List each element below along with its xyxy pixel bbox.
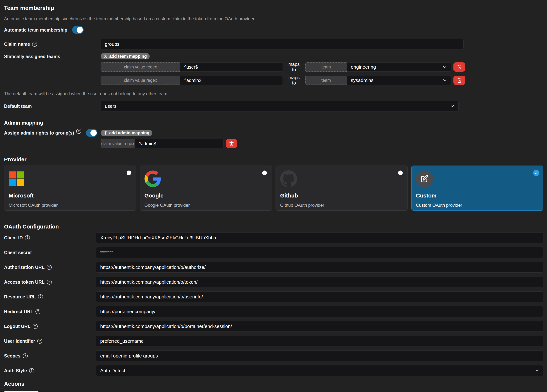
team-mapping-team-select[interactable]: sysadmins (347, 76, 451, 85)
claim-value-regex-addon: claim value regex (101, 62, 180, 72)
maps-to-label: maps to (286, 75, 302, 86)
provider-card-description: Google OAuth provider (144, 203, 267, 208)
provider-card-description: Github OAuth provider (280, 203, 403, 208)
admin-mapping-row: claim value regex (101, 139, 237, 148)
client-id-help-icon[interactable]: ? (25, 235, 30, 240)
authorization-url-label: Authorization URL (4, 265, 44, 270)
client-secret-label: Client secret (4, 250, 32, 255)
automatic-team-membership-label: Automatic team membership (4, 27, 67, 33)
circle-plus-icon (103, 131, 108, 135)
provider-card-google[interactable]: Google Google OAuth provider (140, 165, 272, 211)
logout-url-label: Logout URL (4, 324, 30, 329)
chevron-down-icon (442, 64, 447, 69)
trash-icon (457, 65, 462, 69)
default-team-hint: The default team will be assigned when t… (4, 91, 543, 96)
team-mapping-regex-input[interactable] (180, 76, 283, 85)
delete-team-mapping-button[interactable] (453, 76, 465, 85)
redirect-url-label: Redirect URL (4, 309, 33, 314)
claim-name-row: Claim name ? (4, 39, 543, 49)
auth-style-help-icon[interactable]: ? (29, 368, 34, 373)
microsoft-logo-icon (9, 170, 26, 187)
chevron-down-icon (442, 78, 447, 83)
logout-url-input[interactable] (96, 321, 543, 332)
admin-mapping-heading: Admin mapping (4, 120, 543, 126)
assign-admin-rights-row: Assign admin rights to group(s) ? add ad… (4, 129, 543, 148)
logout-url-help-icon[interactable]: ? (33, 324, 38, 329)
add-team-mapping-button[interactable]: add team mapping (101, 53, 150, 59)
scopes-help-icon[interactable]: ? (23, 353, 28, 358)
authorization-url-input[interactable] (96, 262, 543, 273)
scopes-row: Scopes ? (4, 351, 543, 361)
assign-admin-rights-help-icon[interactable]: ? (76, 129, 81, 134)
default-team-select[interactable]: users (101, 101, 458, 111)
provider-card-custom[interactable]: Custom Custom OAuth provider (411, 165, 543, 211)
redirect-url-row: Redirect URL ? (4, 306, 543, 317)
delete-admin-mapping-button[interactable] (226, 139, 237, 148)
team-addon: team (305, 62, 347, 72)
provider-card-title: Google (144, 193, 267, 199)
logout-url-row: Logout URL ? (4, 321, 543, 332)
admin-mapping-regex-input[interactable] (135, 139, 224, 148)
claim-value-regex-addon: claim value regex (101, 76, 180, 85)
statically-assigned-teams-row: Statically assigned teams add team mappi… (4, 53, 543, 59)
trash-icon (229, 141, 234, 146)
google-logo-icon (144, 170, 162, 187)
provider-card-microsoft[interactable]: Microsoft Microsoft OAuth provider (4, 165, 136, 211)
access-token-url-label: Access token URL (4, 279, 45, 285)
user-identifier-help-icon[interactable]: ? (37, 339, 42, 344)
claim-name-help-icon[interactable]: ? (32, 42, 37, 47)
assign-admin-rights-toggle[interactable] (86, 129, 97, 137)
default-team-label: Default team (4, 103, 32, 109)
team-membership-heading: Team membership (4, 5, 543, 11)
scopes-label: Scopes (4, 353, 21, 359)
provider-radio[interactable] (262, 171, 267, 175)
edit-pencil-icon (420, 175, 429, 183)
client-secret-input[interactable] (96, 247, 543, 258)
add-admin-mapping-button[interactable]: add admin mapping (101, 130, 152, 136)
access-token-url-row: Access token URL ? (4, 277, 543, 287)
scopes-input[interactable] (96, 351, 543, 361)
circle-plus-icon (103, 54, 108, 58)
default-team-row: Default team users (4, 101, 543, 111)
automatic-team-membership-row: Automatic team membership (4, 26, 543, 34)
chevron-down-icon (534, 368, 540, 373)
client-id-input[interactable] (96, 232, 543, 243)
chevron-down-icon (450, 103, 455, 109)
provider-cards: Microsoft Microsoft OAuth provider Googl… (4, 165, 543, 211)
resource-url-help-icon[interactable]: ? (38, 294, 43, 299)
team-mapping-team-select[interactable]: engineering (347, 62, 451, 72)
client-id-label: Client ID (4, 235, 23, 241)
provider-card-description: Custom OAuth provider (416, 203, 539, 208)
auth-style-select[interactable]: Auto Detect (96, 365, 543, 376)
save-settings-button[interactable]: Save settings (4, 391, 39, 392)
access-token-url-help-icon[interactable]: ? (47, 280, 52, 285)
redirect-url-help-icon[interactable]: ? (35, 309, 41, 314)
selected-check-badge (533, 170, 540, 176)
claim-name-input[interactable] (101, 39, 464, 49)
oauth-settings-page: Team membership Automatic team membershi… (0, 0, 547, 392)
admin-mapping-controls: add admin mapping claim value regex (101, 129, 237, 148)
resource-url-input[interactable] (96, 291, 543, 302)
check-icon (534, 171, 538, 175)
delete-team-mapping-button[interactable] (453, 62, 465, 72)
provider-card-github[interactable]: Github Github OAuth provider (275, 165, 408, 211)
custom-provider-icon (416, 170, 433, 187)
team-addon: team (305, 76, 347, 85)
assign-admin-rights-label: Assign admin rights to group(s) (4, 130, 74, 136)
access-token-url-input[interactable] (96, 277, 543, 287)
provider-card-title: Custom (416, 193, 539, 199)
resource-url-row: Resource URL ? (4, 291, 543, 302)
authorization-url-row: Authorization URL ? (4, 262, 543, 273)
provider-radio[interactable] (127, 171, 131, 175)
user-identifier-input[interactable] (96, 336, 543, 346)
redirect-url-input[interactable] (96, 306, 543, 317)
actions-heading: Actions (4, 381, 543, 387)
team-mapping-row: claim value regex maps to team sysadmins (101, 75, 543, 86)
team-mapping-regex-input[interactable] (180, 62, 283, 72)
automatic-team-membership-toggle[interactable] (72, 26, 84, 34)
resource-url-label: Resource URL (4, 294, 36, 300)
auth-style-label: Auth Style (4, 368, 27, 373)
provider-radio[interactable] (398, 171, 403, 175)
authorization-url-help-icon[interactable]: ? (47, 265, 52, 270)
maps-to-label: maps to (286, 62, 302, 72)
